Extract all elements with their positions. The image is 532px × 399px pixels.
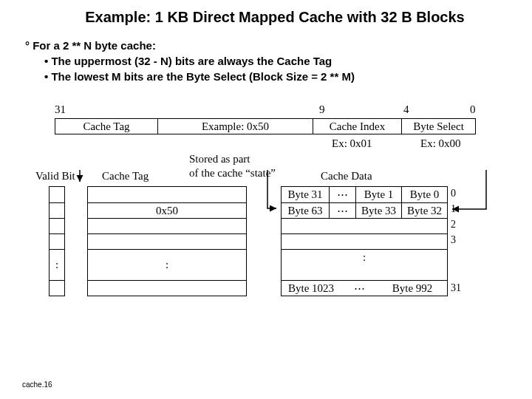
byte-63: Byte 63 <box>282 203 329 218</box>
cache-data-column: Byte 31 ⋯ Byte 1 Byte 0 Byte 63 ⋯ Byte 3… <box>281 186 448 296</box>
rownum-3: 3 <box>451 234 456 246</box>
select-example: Ex: 0x00 <box>420 137 461 150</box>
valid-bit-label: Valid Bit <box>35 170 75 183</box>
address-bar-section: 31 9 4 0 Cache Tag Example: 0x50 Cache I… <box>55 103 510 164</box>
bullet-2: • The lowest M bits are the Byte Select … <box>44 70 510 83</box>
byte-1023: Byte 1023 <box>282 281 341 296</box>
cache-tag-label: Cache Tag <box>102 170 149 183</box>
dots-1: ⋯ <box>329 203 355 218</box>
rownum-2: 2 <box>451 219 456 231</box>
slide-title: Example: 1 KB Direct Mapped Cache with 3… <box>40 9 510 26</box>
address-bar: Cache Tag Example: 0x50 Cache Index Byte… <box>55 118 476 134</box>
bullet-1: • The uppermost (32 - N) bits are always… <box>44 55 510 67</box>
byte-33: Byte 33 <box>355 203 401 218</box>
byte-32: Byte 32 <box>401 203 447 218</box>
rownum-31: 31 <box>451 282 461 294</box>
data-vdots: : <box>282 250 447 280</box>
valid-bit-column: : <box>49 186 65 296</box>
stored-line-1: Stored as part <box>189 152 276 166</box>
stored-line-2: of the cache “state” <box>189 166 276 180</box>
byte-1: Byte 1 <box>355 187 401 202</box>
tag-row-1: 0x50 <box>88 202 246 218</box>
bit-9-label: 9 <box>319 103 325 116</box>
valid-vdots: : <box>50 249 64 280</box>
cache-index-field: Cache Index <box>313 118 402 134</box>
tag-vdots: : <box>88 249 246 280</box>
index-example: Ex: 0x01 <box>332 137 372 150</box>
bullet-top: ° For a 2 ** N byte cache: <box>25 39 510 52</box>
dots-0: ⋯ <box>329 187 355 202</box>
rownum-1: 1 <box>451 203 456 215</box>
bullet-block: ° For a 2 ** N byte cache: • The uppermo… <box>25 39 510 83</box>
byte-select-field: Byte Select <box>402 118 476 134</box>
cache-tag-example: Example: 0x50 <box>158 118 313 134</box>
bit-0-label: 0 <box>470 103 476 116</box>
byte-0: Byte 0 <box>401 187 447 202</box>
stored-note: Stored as part of the cache “state” <box>189 152 276 180</box>
slide-footer: cache.16 <box>22 381 52 389</box>
bit-31-label: 31 <box>55 103 66 116</box>
dots-last: ⋯ <box>341 281 378 296</box>
cache-data-label: Cache Data <box>321 170 372 183</box>
cache-tag-field: Cache Tag <box>55 118 158 134</box>
rownum-0: 0 <box>451 188 456 200</box>
byte-31: Byte 31 <box>282 187 329 202</box>
cache-tag-column: 0x50 : <box>87 186 247 296</box>
byte-992: Byte 992 <box>378 281 447 296</box>
bit-4-label: 4 <box>403 103 409 116</box>
